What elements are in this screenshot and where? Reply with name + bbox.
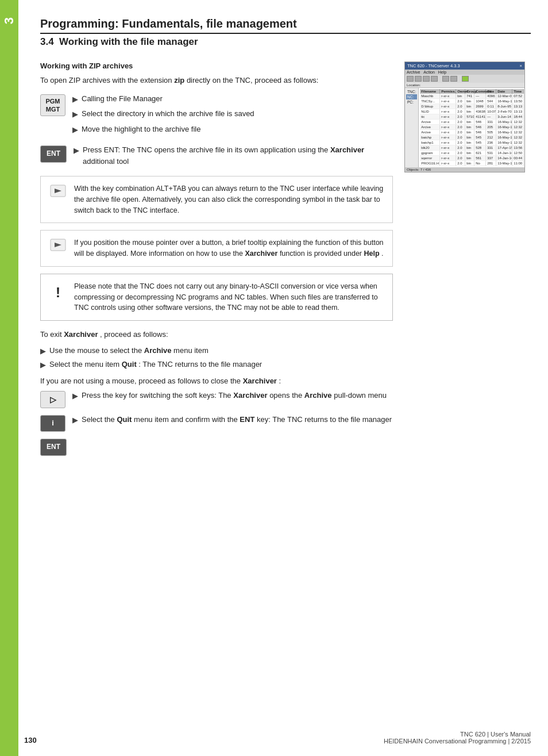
fm-menu-archive[interactable]: Archive [407, 70, 420, 74]
fm-body: TNC: NC: PC: Filename Permiss. Owner Gro… [405, 88, 524, 167]
fm-location-label: Location: [407, 83, 420, 87]
chapter-heading: Programming: Fundamentals, file manageme… [40, 11, 531, 30]
col-group: Group [465, 89, 474, 94]
ent-key-1[interactable]: ENT [40, 145, 67, 163]
pgm-mgt-key[interactable]: PGMMGT [40, 94, 65, 117]
col-size: Size [486, 89, 496, 94]
fm-tb-btn-5[interactable] [442, 76, 449, 82]
fm-location-bar: Location: [405, 83, 524, 88]
note-arrow-icon-2 [49, 237, 67, 259]
fm-tb-btn-7[interactable] [462, 76, 469, 82]
fm-menu-action[interactable]: Action [423, 70, 434, 74]
arrow-icon: ▶ [72, 94, 78, 105]
ent-steps-area: ENT ▶ Press ENT: The TNC opens the archi… [40, 144, 393, 170]
fm-row[interactable]: ticr-xr-x2.057106541141—3-Jun-1418:44 [420, 114, 524, 120]
fm-tree-item-pc[interactable]: PC: [406, 99, 417, 105]
no-mouse-text: If you are not using a mouse, proceed as… [40, 375, 393, 387]
exit-bullet-1: ▶ Use the mouse to select the Archive me… [40, 345, 393, 357]
fm-row[interactable]: sqerrorr-xr-x2.0bin56133714-Jan-1400:44 [420, 156, 524, 161]
fm-tb-btn-1[interactable] [407, 76, 414, 82]
fm-row[interactable]: PROG1E.Hr-xr-x2.0binNo28113-May-1511:00 [420, 161, 524, 166]
col-comment: Comment [474, 89, 486, 94]
exit-section: To exit Xarchiver , proceed as follows: … [40, 329, 393, 456]
step-item: ▶ Move the highlight to the archive file [72, 124, 254, 136]
manual-title: TNC 620 | User's Manual [384, 731, 531, 738]
fm-menu-help[interactable]: Help [438, 70, 446, 74]
warning-text: Please note that the TNC does not carry … [74, 281, 384, 313]
arrow-icon: ▶ [40, 359, 46, 371]
step-item: ▶ Calling the File Manager [72, 93, 254, 105]
fm-tb-btn-4[interactable] [431, 76, 438, 82]
fm-row[interactable]: TNCSy...r-xr-x2.0bin104854416-May-1513:5… [420, 99, 524, 104]
fm-row[interactable]: batchpr-xr-x2.0bin54521216-May-1512:32 [420, 135, 524, 140]
fm-toolbar [405, 75, 524, 83]
chapter-tab: 3 [0, 0, 18, 756]
fm-tree-item-nc[interactable]: NC: [406, 94, 417, 99]
note-arrow-icon-1 [49, 183, 67, 216]
info-key-steps-area: i ▶ Select the Quit menu item and confir… [40, 414, 393, 432]
chapter-number: 3 [2, 17, 17, 24]
fm-row[interactable]: NLIDr-xr-x2.0bin43638010:072-Feb-7013:13 [420, 109, 524, 114]
play-step-item: ▶ Press the key for switching the soft k… [72, 390, 387, 402]
fm-title-bar: TNC 620 - TNCserver 4.3.3 × [405, 62, 524, 70]
fm-close-btn[interactable]: × [520, 63, 522, 68]
arrow-icon: ▶ [74, 145, 79, 156]
note-text-2: If you position the mouse pointer over a… [74, 237, 384, 259]
fm-row[interactable]: gpgramr-xr-x2.0bin62153114-Jan-1412:50 [420, 151, 524, 156]
fm-tb-btn-3[interactable] [423, 76, 430, 82]
fm-row[interactable]: batchp1r-xr-x2.0bin54523616-May-1512:32 [420, 140, 524, 145]
fm-row[interactable]: Arciver-xr-x2.0bin54620516-May-1512:32 [420, 125, 524, 130]
col-date: Date [496, 89, 512, 94]
arrow-icon: ▶ [40, 346, 46, 357]
play-steps-list: ▶ Press the key for switching the soft k… [72, 390, 387, 408]
file-manager-screenshot: TNC 620 - TNCserver 4.3.3 × Archive Acti… [404, 62, 525, 172]
heading-rule [40, 33, 531, 34]
arrow-icon: ▶ [72, 124, 78, 136]
fm-row[interactable]: blk20r-xr-x2.0bin52833117-Apr-1513:56 [420, 145, 524, 151]
note-box-2: If you position the mouse pointer over a… [40, 230, 393, 267]
manual-subtitle: HEIDENHAIN Conversational Programming | … [384, 738, 531, 745]
steps-list-1: ▶ Calling the File Manager ▶ Select the … [72, 93, 254, 139]
page-number: 130 [24, 736, 37, 745]
fm-tb-btn-2[interactable] [415, 76, 422, 82]
fm-status-bar: Objects: 7 / 436 [405, 167, 524, 172]
fm-status-text: Objects: 7 / 436 [407, 168, 431, 171]
info-key[interactable]: i [40, 415, 65, 432]
section-heading: 3.4 Working with the file manager [40, 36, 531, 48]
fm-tb-btn-6[interactable] [450, 76, 457, 82]
exit-intro: To exit Xarchiver , proceed as follows: [40, 329, 393, 340]
fm-right-panel: Filename Permiss. Owner Group Comment Si… [419, 88, 525, 167]
arrow-icon: ▶ [72, 390, 78, 402]
fm-title: TNC 620 - TNCserver 4.3.3 [407, 63, 460, 68]
col-perms: Permiss. [440, 89, 456, 94]
subsection-title: Working with ZIP archives [40, 62, 393, 70]
steps-list-2: ▶ Press ENT: The TNC opens the archive f… [74, 144, 393, 170]
fm-tree-item-tnc[interactable]: TNC: [406, 89, 417, 94]
arrow-icon: ▶ [72, 109, 78, 120]
note-text-1: With the key combination ALT+TAB you can… [74, 183, 384, 216]
ent-key-2[interactable]: ENT [40, 439, 67, 456]
info-step-item: ▶ Select the Quit menu item and confirm … [72, 414, 392, 426]
fm-row[interactable]: D:\bkupr-xr-x2.0bin26990:118-Jun-9513:13 [420, 104, 524, 109]
right-col: TNC 620 - TNCserver 4.3.3 × Archive Acti… [404, 62, 531, 456]
content-columns: Working with ZIP archives To open ZIP ar… [40, 62, 531, 456]
fm-row[interactable]: Arciver-xr-x2.0bin54650516-May-1512:32 [420, 130, 524, 135]
left-col: Working with ZIP archives To open ZIP ar… [40, 62, 393, 456]
fm-table-header: Filename Permiss. Owner Group Comment Si… [420, 89, 524, 94]
main-content: Programming: Fundamentals, file manageme… [23, 0, 548, 479]
exit-bullet-2: ▶ Select the menu item Quit : The TNC re… [40, 359, 393, 371]
pgm-mgt-steps-area: PGMMGT ▶ Calling the File Manager ▶ Sele… [40, 93, 393, 139]
fm-row[interactable]: Maschbr-xr-xbin741—409612-Mar-0707:52 [420, 94, 524, 99]
col-time: Time [512, 89, 524, 94]
exit-bullet-list: ▶ Use the mouse to select the Archive me… [40, 345, 393, 371]
arrow-icon: ▶ [72, 415, 78, 426]
step-item-ent: ▶ Press ENT: The TNC opens the archive f… [74, 144, 393, 167]
warning-box: ! Please note that the TNC does not carr… [40, 274, 393, 321]
fm-row[interactable]: Arciver-xr-x2.0bin54633116-May-1512:32 [420, 120, 524, 125]
page-footer: TNC 620 | User's Manual HEIDENHAIN Conve… [384, 731, 531, 745]
play-key[interactable]: ▷ [40, 391, 65, 408]
play-key-steps-area: ▷ ▶ Press the key for switching the soft… [40, 390, 393, 408]
step-item: ▶ Select the directory in which the arch… [72, 108, 254, 120]
fm-left-panel: TNC: NC: PC: [405, 88, 419, 167]
col-owner: Owner [456, 89, 465, 94]
